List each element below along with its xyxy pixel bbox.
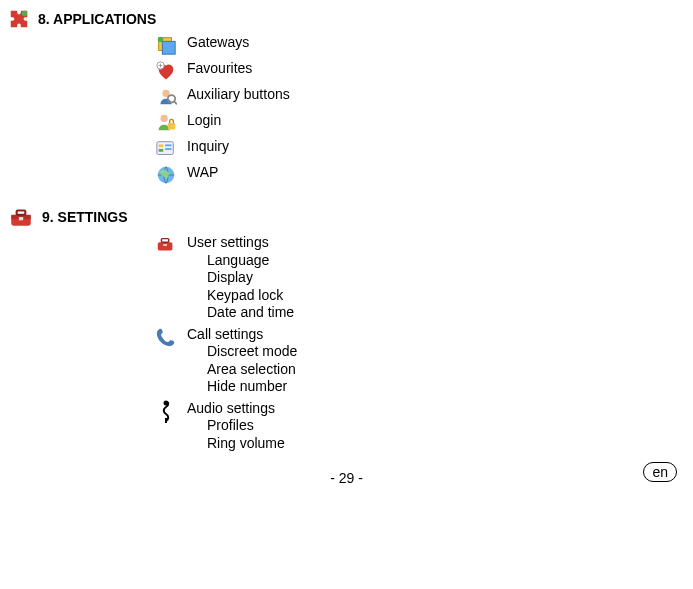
list-item: Audio settings Profiles Ring volume <box>153 400 685 453</box>
svg-point-0 <box>22 11 28 17</box>
svg-rect-2 <box>162 41 175 54</box>
sub-item: Keypad lock <box>207 287 294 305</box>
item-label: Gateways <box>187 34 249 52</box>
svg-rect-14 <box>165 148 171 150</box>
section-settings: 9. SETTINGS User settings Language Displ… <box>8 204 685 452</box>
svg-line-7 <box>174 102 177 105</box>
inquiry-icon <box>153 138 179 160</box>
toolbox-icon <box>8 204 34 230</box>
sub-item-list: Discreet mode Area selection Hide number <box>207 343 297 396</box>
svg-rect-9 <box>168 123 175 129</box>
section-title: 8. APPLICATIONS <box>38 11 156 27</box>
sub-item: Ring volume <box>207 435 285 453</box>
puzzle-icon <box>8 8 30 30</box>
list-item: Call settings Discreet mode Area selecti… <box>153 326 685 396</box>
list-item: Inquiry <box>153 138 685 160</box>
svg-rect-13 <box>165 144 171 146</box>
user-settings-icon <box>153 234 179 256</box>
list-item: User settings Language Display Keypad lo… <box>153 234 685 322</box>
favourites-icon <box>153 60 179 82</box>
svg-rect-20 <box>158 242 173 250</box>
item-block: Audio settings Profiles Ring volume <box>187 400 285 453</box>
item-label: Auxiliary buttons <box>187 86 290 104</box>
section-applications: 8. APPLICATIONS Gateways Favourites <box>8 8 685 186</box>
sub-item: Profiles <box>207 417 285 435</box>
sub-item: Language <box>207 252 294 270</box>
language-badge: en <box>643 462 677 482</box>
list-item: Gateways <box>153 34 685 56</box>
audio-settings-icon <box>153 400 179 424</box>
svg-rect-21 <box>161 239 168 243</box>
list-item: Login <box>153 112 685 134</box>
list-item: Auxiliary buttons <box>153 86 685 108</box>
sub-item: Discreet mode <box>207 343 297 361</box>
svg-rect-12 <box>159 149 164 152</box>
section-header: 9. SETTINGS <box>8 204 685 230</box>
login-icon <box>153 112 179 134</box>
svg-rect-11 <box>159 144 164 147</box>
gateways-icon <box>153 34 179 56</box>
sub-item-list: Profiles Ring volume <box>207 417 285 452</box>
item-block: User settings Language Display Keypad lo… <box>187 234 294 322</box>
sub-item: Date and time <box>207 304 294 322</box>
sub-item-list: Language Display Keypad lock Date and ti… <box>207 252 294 322</box>
svg-rect-22 <box>163 244 167 246</box>
call-settings-icon <box>153 326 179 348</box>
sub-item: Hide number <box>207 378 297 396</box>
item-label: User settings <box>187 234 294 252</box>
item-label: Audio settings <box>187 400 285 418</box>
svg-point-3 <box>158 37 164 43</box>
sub-item: Area selection <box>207 361 297 379</box>
svg-point-23 <box>164 400 169 405</box>
item-block: Call settings Discreet mode Area selecti… <box>187 326 297 396</box>
sub-item: Display <box>207 269 294 287</box>
item-label: Inquiry <box>187 138 229 156</box>
item-list: Gateways Favourites Auxil <box>153 34 685 186</box>
item-label: Call settings <box>187 326 297 344</box>
list-item: WAP <box>153 164 685 186</box>
section-header: 8. APPLICATIONS <box>8 8 685 30</box>
wap-icon <box>153 164 179 186</box>
aux-buttons-icon <box>153 86 179 108</box>
item-label: Favourites <box>187 60 252 78</box>
svg-point-8 <box>161 115 168 122</box>
svg-rect-18 <box>17 211 26 215</box>
item-list: User settings Language Display Keypad lo… <box>153 234 685 452</box>
item-label: Login <box>187 112 221 130</box>
svg-point-6 <box>168 95 175 102</box>
page-number: - 29 - <box>8 470 685 486</box>
section-title: 9. SETTINGS <box>42 209 128 225</box>
list-item: Favourites <box>153 60 685 82</box>
svg-rect-19 <box>19 217 23 220</box>
item-label: WAP <box>187 164 218 182</box>
